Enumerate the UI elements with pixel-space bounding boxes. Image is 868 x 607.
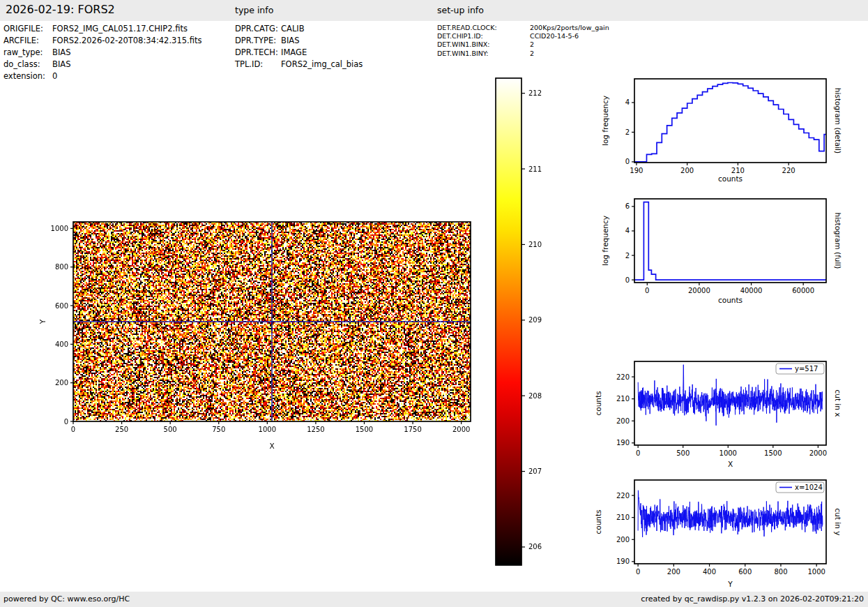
svg-text:220: 220 — [782, 167, 795, 174]
info-label: DPR.TYPE: — [235, 35, 281, 47]
colorbar: 206207208209210211212 — [485, 70, 568, 579]
svg-text:200: 200 — [55, 379, 68, 387]
svg-text:60000: 60000 — [792, 287, 814, 294]
svg-text:206: 206 — [528, 543, 542, 550]
info-row: DET.WIN1.BINY:2 — [437, 50, 609, 58]
svg-text:800: 800 — [774, 568, 787, 576]
info-value: 200Kps/2ports/low_gain — [530, 24, 609, 31]
info-label: raw_type: — [3, 47, 52, 59]
info-value: IMAGE — [281, 47, 307, 57]
info-label: do_class: — [3, 59, 52, 70]
type-info-list: DPR.CATG:CALIBDPR.TYPE:BIASDPR.TECH:IMAG… — [235, 23, 363, 70]
info-value: BIAS — [52, 47, 70, 57]
info-label: DPR.CATG: — [235, 23, 281, 35]
svg-text:2: 2 — [625, 252, 630, 260]
svg-text:cut in x: cut in x — [834, 389, 842, 417]
type-info-heading: type info — [235, 5, 273, 15]
info-row: DET.CHIP1.ID:CCID20-14-5-6 — [437, 32, 609, 40]
svg-text:208: 208 — [528, 392, 542, 400]
svg-text:209: 209 — [528, 316, 542, 324]
svg-text:0: 0 — [625, 276, 630, 284]
info-row: raw_type:BIAS — [3, 47, 201, 59]
svg-text:0: 0 — [636, 449, 640, 457]
svg-text:40000: 40000 — [740, 287, 763, 294]
svg-text:0: 0 — [625, 158, 630, 165]
svg-text:210: 210 — [616, 514, 630, 521]
svg-text:210: 210 — [731, 167, 745, 174]
svg-text:400: 400 — [55, 340, 68, 348]
svg-text:4: 4 — [625, 227, 630, 234]
info-row: DPR.TECH:IMAGE — [235, 47, 363, 59]
info-row: ORIGFILE:FORS2_IMG_CAL051.17.CHIP2.fits — [3, 23, 201, 35]
svg-text:1500: 1500 — [764, 449, 782, 457]
svg-text:600: 600 — [738, 568, 752, 576]
histogram-full-plot: 02000040000600000246countslog frequencyh… — [596, 190, 868, 315]
setup-info-heading: set-up info — [437, 5, 484, 15]
info-row: TPL.ID:FORS2_img_cal_bias — [235, 59, 363, 70]
svg-text:200: 200 — [680, 167, 694, 174]
svg-text:600: 600 — [55, 302, 68, 310]
info-row: ARCFILE:FORS2.2026-02-20T08:34:42.315.fi… — [3, 35, 201, 47]
svg-text:190: 190 — [630, 167, 643, 174]
info-row: DPR.CATG:CALIB — [235, 23, 363, 35]
svg-text:y=517: y=517 — [795, 365, 818, 373]
info-row: DET.READ.CLOCK:200Kps/2ports/low_gain — [437, 24, 609, 32]
svg-text:400: 400 — [703, 568, 716, 576]
svg-text:1000: 1000 — [51, 225, 68, 232]
svg-text:counts: counts — [718, 174, 743, 183]
svg-text:2000: 2000 — [452, 426, 470, 433]
footer-right-text: created by qc_rawdisp.py v1.2.3 on 2026-… — [641, 594, 864, 604]
svg-text:800: 800 — [55, 263, 68, 271]
footer-bar: powered by QC: www.eso.org/HC created by… — [0, 592, 868, 607]
svg-text:cut in y: cut in y — [834, 508, 842, 535]
info-row: extension:0 — [3, 70, 201, 82]
info-label: extension: — [3, 70, 52, 82]
svg-text:0: 0 — [645, 287, 649, 294]
svg-text:histogram (full): histogram (full) — [834, 213, 842, 269]
svg-text:1500: 1500 — [356, 426, 373, 433]
info-label: TPL.ID: — [235, 59, 281, 70]
info-value: 0 — [52, 71, 57, 81]
info-label: DET.READ.CLOCK: — [437, 24, 530, 32]
footer-left-text: powered by QC: www.eso.org/HC — [3, 594, 130, 604]
qc-report-page: 2026-02-19: FORS2 type info set-up info … — [0, 0, 868, 607]
raw-image-axes: 0250500750100012501500175020000200400600… — [21, 202, 509, 460]
histogram-detail-plot: 190200210220024countslog frequencyhistog… — [596, 66, 868, 192]
info-value: BIAS — [52, 59, 70, 69]
svg-text:212: 212 — [528, 89, 542, 97]
svg-text:0: 0 — [636, 568, 640, 576]
svg-text:210: 210 — [528, 241, 542, 248]
info-value: FORS2_IMG_CAL051.17.CHIP2.fits — [52, 24, 188, 33]
info-row: do_class:BIAS — [3, 59, 201, 70]
svg-text:Y: Y — [38, 319, 47, 324]
svg-text:207: 207 — [528, 467, 542, 475]
info-value: FORS2_img_cal_bias — [281, 59, 363, 69]
info-row: DPR.TYPE:BIAS — [235, 35, 363, 47]
svg-text:Y: Y — [727, 580, 733, 588]
svg-text:1750: 1750 — [404, 426, 421, 433]
info-row: DET.WIN1.BINX:2 — [437, 40, 609, 49]
svg-text:1000: 1000 — [807, 568, 825, 576]
info-value: CCID20-14-5-6 — [530, 32, 579, 40]
svg-text:250: 250 — [115, 426, 128, 433]
info-value: BIAS — [281, 36, 299, 45]
info-label: DET.WIN1.BINY: — [437, 50, 530, 58]
svg-text:2000: 2000 — [809, 449, 827, 457]
svg-text:500: 500 — [676, 449, 690, 457]
info-label: DET.CHIP1.ID: — [437, 32, 530, 40]
svg-text:X: X — [269, 442, 274, 450]
svg-text:counts: counts — [594, 391, 602, 415]
info-label: DET.WIN1.BINX: — [437, 40, 530, 49]
svg-text:190: 190 — [616, 439, 630, 447]
svg-text:0: 0 — [64, 418, 68, 426]
svg-text:1250: 1250 — [307, 426, 324, 433]
info-value: FORS2.2026-02-20T08:34:42.315.fits — [52, 36, 201, 45]
svg-text:190: 190 — [616, 557, 630, 565]
svg-text:1000: 1000 — [719, 449, 737, 457]
info-label: ORIGFILE: — [3, 23, 52, 35]
file-info-list: ORIGFILE:FORS2_IMG_CAL051.17.CHIP2.fitsA… — [3, 23, 201, 82]
svg-text:0: 0 — [71, 426, 75, 433]
cut-in-y-plot: 02004006008001000190200210220Ycountscut … — [596, 467, 868, 600]
svg-text:750: 750 — [212, 426, 225, 433]
info-value: CALIB — [281, 24, 305, 33]
